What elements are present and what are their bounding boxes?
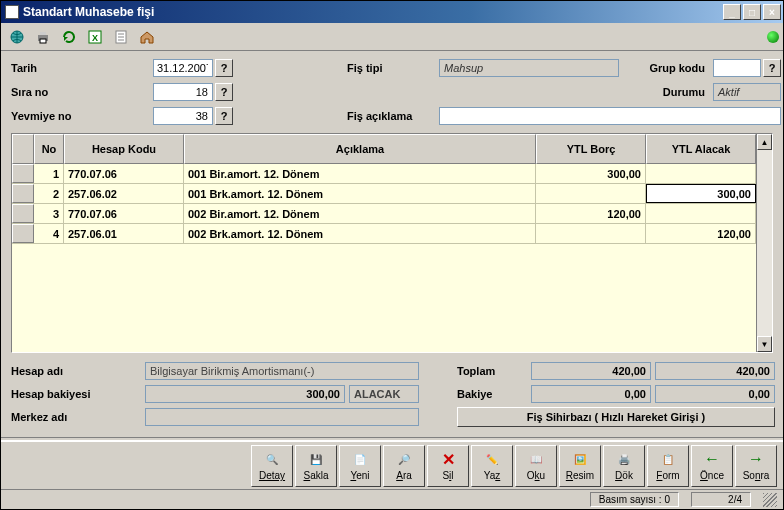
oku-button[interactable]: 📖Oku — [515, 445, 557, 487]
home-button[interactable] — [135, 25, 158, 48]
cell-hesap[interactable]: 257.06.01 — [64, 224, 184, 243]
table-row[interactable]: 2257.06.02001 Brk.amort. 12. Dönem300,00 — [12, 184, 756, 204]
refresh-button[interactable] — [57, 25, 80, 48]
cell-hesap[interactable]: 770.07.06 — [64, 164, 184, 183]
app-window: Standart Muhasebe fişi _ □ × X Tarih ? F… — [0, 0, 784, 510]
image-icon: 🖼️ — [571, 450, 589, 468]
resize-grip-icon[interactable] — [763, 493, 777, 507]
cell-hesap[interactable]: 770.07.06 — [64, 204, 184, 223]
row-selector[interactable] — [12, 164, 34, 183]
doc-button[interactable] — [109, 25, 132, 48]
detail-icon: 🔍 — [263, 450, 281, 468]
globe-button[interactable] — [5, 25, 28, 48]
fisaciklama-input[interactable] — [439, 107, 781, 125]
grid-header-selector[interactable] — [12, 134, 34, 164]
status-indicator-icon — [767, 31, 779, 43]
cell-no[interactable]: 1 — [34, 164, 64, 183]
cell-alacak[interactable] — [646, 164, 756, 183]
yaz-button[interactable]: ✏️Yaz — [471, 445, 513, 487]
save-icon: 💾 — [307, 450, 325, 468]
cell-no[interactable]: 4 — [34, 224, 64, 243]
table-row[interactable]: 4257.06.01002 Brk.amort. 12. Dönem120,00 — [12, 224, 756, 244]
cell-aciklama[interactable]: 002 Brk.amort. 12. Dönem — [184, 224, 536, 243]
form-button[interactable]: 📋Form — [647, 445, 689, 487]
sira-label: Sıra no — [11, 86, 151, 98]
summary-form: Hesap adı Bilgisayar Birikmiş Amortisman… — [1, 357, 783, 431]
print-button[interactable] — [31, 25, 54, 48]
grupkodu-label: Grup kodu — [621, 62, 711, 74]
sonra-button[interactable]: →Sonra — [735, 445, 777, 487]
delete-icon: ✕ — [439, 450, 457, 468]
row-selector[interactable] — [12, 224, 34, 243]
sira-lookup-button[interactable]: ? — [215, 83, 233, 101]
scroll-up-icon[interactable]: ▲ — [757, 134, 772, 150]
row-selector[interactable] — [12, 184, 34, 203]
yevmiye-input[interactable] — [153, 107, 213, 125]
cell-hesap[interactable]: 257.06.02 — [64, 184, 184, 203]
tarih-input[interactable] — [153, 59, 213, 77]
fisaciklama-label: Fiş açıklama — [347, 110, 437, 122]
grid-header-borc[interactable]: YTL Borç — [536, 134, 646, 164]
row-selector[interactable] — [12, 204, 34, 223]
cell-aciklama[interactable]: 001 Bir.amort. 12. Dönem — [184, 164, 536, 183]
once-button[interactable]: ←Önce — [691, 445, 733, 487]
cell-borc[interactable]: 120,00 — [536, 204, 646, 223]
grid-header-no[interactable]: No — [34, 134, 64, 164]
minimize-button[interactable]: _ — [723, 4, 741, 20]
top-toolbar: X — [1, 23, 783, 51]
close-button[interactable]: × — [763, 4, 781, 20]
grid-scrollbar[interactable]: ▲ ▼ — [756, 134, 772, 352]
hesap-bakiye-side: ALACAK — [349, 385, 419, 403]
fistipi-label: Fiş tipi — [347, 62, 437, 74]
hesap-bakiye-label: Hesap bakiyesi — [11, 388, 141, 400]
tarih-lookup-button[interactable]: ? — [215, 59, 233, 77]
grid-header-hesap[interactable]: Hesap Kodu — [64, 134, 184, 164]
titlebar: Standart Muhasebe fişi _ □ × — [1, 1, 783, 23]
table-row[interactable]: 3770.07.06002 Bir.amort. 12. Dönem120,00 — [12, 204, 756, 224]
cell-no[interactable]: 2 — [34, 184, 64, 203]
yevmiye-lookup-button[interactable]: ? — [215, 107, 233, 125]
yevmiye-label: Yevmiye no — [11, 110, 151, 122]
grupkodu-input[interactable] — [713, 59, 761, 77]
yeni-button[interactable]: 📄Yeni — [339, 445, 381, 487]
svg-rect-3 — [40, 39, 46, 43]
sira-input[interactable] — [153, 83, 213, 101]
cell-alacak[interactable]: 300,00 — [646, 184, 756, 203]
hesap-bakiye-value: 300,00 — [145, 385, 345, 403]
grid-header-aciklama[interactable]: Açıklama — [184, 134, 536, 164]
write-icon: ✏️ — [483, 450, 501, 468]
sil-button[interactable]: ✕Sil — [427, 445, 469, 487]
tarih-label: Tarih — [11, 62, 151, 74]
dok-button[interactable]: 🖨️Dök — [603, 445, 645, 487]
wizard-button[interactable]: Fiş Sihirbazı ( Hızlı Hareket Girişi ) — [457, 407, 775, 427]
cell-borc[interactable]: 300,00 — [536, 164, 646, 183]
cell-no[interactable]: 3 — [34, 204, 64, 223]
cell-borc[interactable] — [536, 224, 646, 243]
toplam-alacak: 420,00 — [655, 362, 775, 380]
scroll-track[interactable] — [757, 150, 772, 336]
resim-button[interactable]: 🖼️Resim — [559, 445, 601, 487]
cell-alacak[interactable]: 120,00 — [646, 224, 756, 243]
durumu-value: Aktif — [713, 83, 781, 101]
grupkodu-lookup-button[interactable]: ? — [763, 59, 781, 77]
cell-alacak[interactable] — [646, 204, 756, 223]
cell-aciklama[interactable]: 002 Bir.amort. 12. Dönem — [184, 204, 536, 223]
excel-button[interactable]: X — [83, 25, 106, 48]
print-icon: 🖨️ — [615, 450, 633, 468]
grid-body: 1770.07.06001 Bir.amort. 12. Dönem300,00… — [12, 164, 756, 352]
window-title: Standart Muhasebe fişi — [23, 5, 723, 19]
ara-button[interactable]: 🔎Ara — [383, 445, 425, 487]
grid-header-alacak[interactable]: YTL Alacak — [646, 134, 756, 164]
cell-borc[interactable] — [536, 184, 646, 203]
scroll-down-icon[interactable]: ▼ — [757, 336, 772, 352]
maximize-button[interactable]: □ — [743, 4, 761, 20]
cell-aciklama[interactable]: 001 Brk.amort. 12. Dönem — [184, 184, 536, 203]
new-icon: 📄 — [351, 450, 369, 468]
sakla-button[interactable]: 💾Sakla — [295, 445, 337, 487]
detay-button[interactable]: 🔍Detay — [251, 445, 293, 487]
status-page: 2/4 — [691, 492, 751, 507]
read-icon: 📖 — [527, 450, 545, 468]
toplam-label: Toplam — [457, 365, 527, 377]
statusbar: Basım sayısı : 0 2/4 — [1, 489, 783, 509]
table-row[interactable]: 1770.07.06001 Bir.amort. 12. Dönem300,00 — [12, 164, 756, 184]
